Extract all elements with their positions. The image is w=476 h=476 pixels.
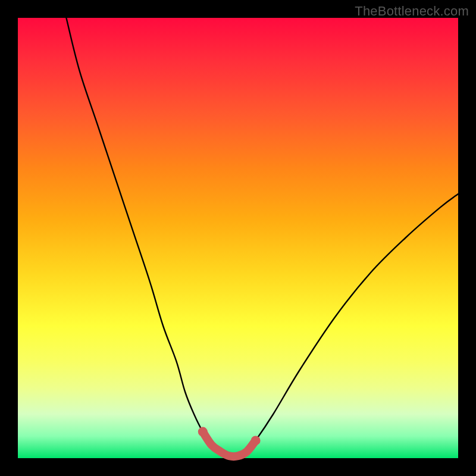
chart-svg <box>18 18 458 458</box>
highlight-endpoint <box>251 436 261 445</box>
highlight-segment <box>203 432 256 457</box>
chart-plot-area <box>18 18 458 458</box>
highlight-endpoint <box>198 427 208 437</box>
watermark-text: TheBottleneck.com <box>355 4 469 19</box>
bottleneck-curve <box>66 18 458 456</box>
